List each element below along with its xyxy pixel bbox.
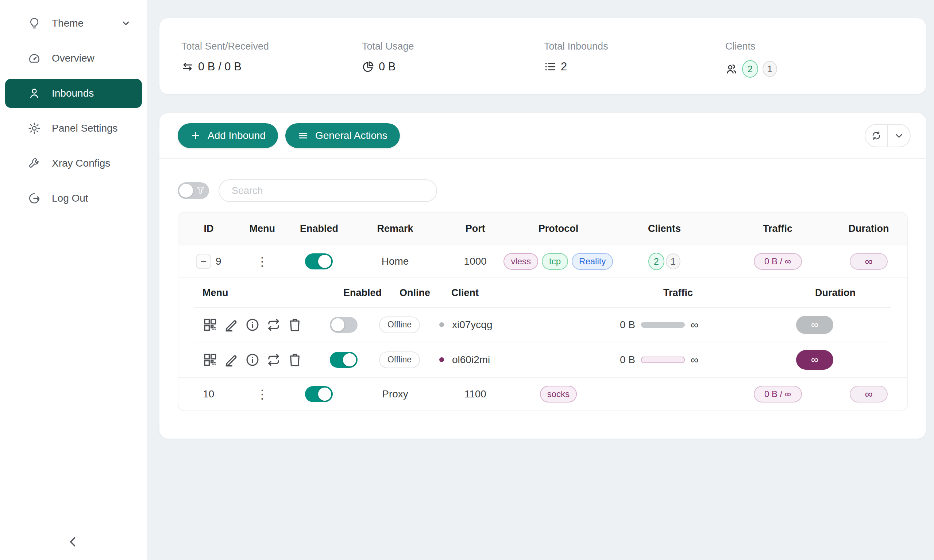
table-header-row: ID Menu Enabled Remark Port Protocol Cli… [179, 212, 907, 245]
filter-toggle[interactable] [178, 182, 209, 199]
duration-badge: ∞ [796, 316, 833, 334]
clients-sub-table: Menu Enabled Online Client Traffic Durat… [179, 278, 907, 378]
stat-value: 0 B [379, 60, 396, 73]
stat-label: Total Sent/Received [181, 41, 269, 52]
reset-traffic-icon[interactable] [266, 352, 281, 368]
inbound-enabled-toggle[interactable] [305, 253, 333, 269]
client-actions [202, 317, 302, 332]
stat-total-inbounds: Total Inbounds 2 [544, 41, 608, 73]
stat-label: Clients [725, 41, 777, 52]
sidebar-item-label: Inbounds [52, 88, 94, 99]
header-enabled: Enabled [286, 223, 353, 234]
sidebar-item-overview[interactable]: Overview [5, 44, 142, 73]
client-enabled-toggle[interactable] [330, 317, 358, 333]
sidebar-item-panel-settings[interactable]: Panel Settings [5, 114, 142, 143]
traffic-limit: ∞ [690, 318, 698, 331]
refresh-options-button[interactable] [888, 125, 910, 146]
client-traffic-used: 0 B [620, 319, 635, 331]
sidebar-item-label: Panel Settings [52, 123, 118, 134]
plus-icon [190, 130, 201, 141]
edit-pencil-icon[interactable] [223, 317, 239, 332]
client-status-dot [439, 357, 444, 362]
sub-table-header: Menu Enabled Online Client Traffic Durat… [194, 278, 891, 308]
gauge-icon [28, 52, 41, 65]
gear-icon [28, 122, 41, 135]
traffic-progress-bar [641, 357, 685, 363]
toggle-knob [331, 318, 344, 331]
sidebar-item-label: Xray Configs [52, 157, 110, 169]
logout-icon [28, 192, 41, 205]
duration-badge: ∞ [796, 350, 833, 370]
general-actions-button[interactable]: General Actions [285, 123, 400, 148]
traffic-badge: 0 B / ∞ [754, 253, 802, 270]
qr-code-icon[interactable] [202, 317, 218, 332]
qr-code-icon[interactable] [202, 352, 218, 368]
reset-traffic-icon[interactable] [266, 317, 281, 332]
client-traffic-used: 0 B [620, 354, 635, 366]
stat-label: Total Usage [362, 41, 414, 52]
people-icon [725, 63, 738, 75]
info-icon[interactable] [245, 317, 260, 332]
refresh-split-button [865, 124, 911, 147]
toolbar-divider [159, 158, 926, 159]
add-inbound-button[interactable]: Add Inbound [178, 123, 278, 148]
header-id: ID [179, 223, 239, 234]
sidebar-item-xray-configs[interactable]: Xray Configs [5, 149, 142, 178]
sidebar-item-log-out[interactable]: Log Out [5, 184, 142, 213]
duration-badge: ∞ [850, 386, 888, 403]
inbound-row-9: − 9 ⋮ Home 1000 vless tcp Reality 2 1 0 … [179, 245, 907, 278]
edit-pencil-icon[interactable] [223, 352, 239, 368]
sub-header-menu: Menu [202, 287, 228, 298]
client-name: ol60i2mi [452, 354, 490, 366]
collapse-row-button[interactable]: − [196, 254, 211, 269]
search-row [178, 179, 437, 202]
sidebar-item-label: Overview [52, 52, 94, 64]
stats-card: Total Sent/Received 0 B / 0 B Total Usag… [159, 18, 926, 94]
sidebar: Theme Overview Inbounds Panel Set [0, 0, 147, 560]
online-status-badge: Offline [379, 351, 420, 368]
sidebar-collapse-button[interactable] [65, 534, 81, 550]
toggle-knob [179, 184, 193, 198]
general-actions-label: General Actions [315, 130, 387, 142]
delete-trash-icon[interactable] [287, 317, 302, 332]
stat-total-sent-received: Total Sent/Received 0 B / 0 B [181, 41, 269, 73]
row-menu-button[interactable]: ⋮ [256, 388, 268, 400]
chevron-left-icon [65, 534, 81, 550]
inbound-id: 9 [216, 255, 222, 267]
traffic-progress-bar [641, 322, 685, 328]
delete-trash-icon[interactable] [287, 352, 302, 368]
stat-clients: Clients 2 1 [725, 41, 777, 78]
sidebar-item-theme[interactable]: Theme [5, 9, 142, 38]
header-clients: Clients [604, 223, 725, 234]
pie-chart-icon [362, 60, 375, 73]
clients-inactive-badge: 1 [763, 61, 777, 77]
search-input[interactable] [219, 179, 437, 202]
traffic-badge: 0 B / ∞ [754, 386, 802, 403]
header-traffic: Traffic [725, 223, 831, 234]
row-menu-button[interactable]: ⋮ [256, 255, 268, 268]
protocol-badge-vless: vless [504, 253, 538, 270]
clients-active-badge: 2 [648, 253, 664, 270]
header-duration: Duration [831, 223, 907, 234]
client-enabled-toggle[interactable] [330, 352, 358, 368]
list-icon [544, 60, 556, 73]
info-icon[interactable] [245, 352, 260, 368]
inbounds-card: Add Inbound General Actions [159, 113, 926, 438]
sub-header-traffic: Traffic [663, 287, 693, 298]
stat-value: 2 [561, 60, 567, 73]
online-status-badge: Offline [379, 317, 420, 333]
hamburger-icon [298, 130, 309, 141]
clients-active-badge: 2 [742, 60, 758, 78]
client-row-ol60i2mi: Offline ol60i2mi 0 B ∞ ∞ [194, 342, 891, 377]
inbound-remark: Home [353, 255, 438, 267]
toggle-knob [318, 255, 331, 268]
stat-label: Total Inbounds [544, 41, 608, 52]
sidebar-item-inbounds[interactable]: Inbounds [5, 79, 142, 108]
clients-inactive-badge: 1 [666, 253, 680, 269]
stat-total-usage: Total Usage 0 B [362, 41, 414, 73]
header-remark: Remark [353, 223, 438, 234]
inbound-enabled-toggle[interactable] [305, 386, 333, 402]
refresh-button[interactable] [865, 125, 888, 146]
toggle-knob [343, 353, 356, 366]
inbound-port: 1100 [438, 388, 513, 400]
